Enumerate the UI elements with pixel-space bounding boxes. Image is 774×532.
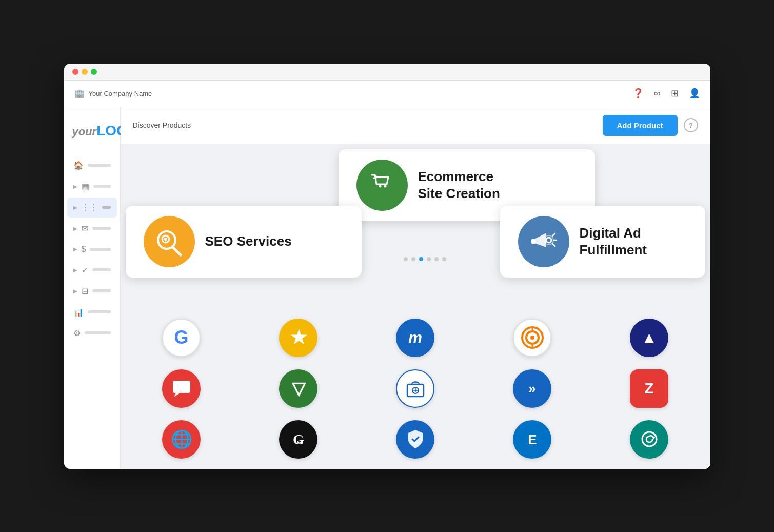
discover-products-label: Discover Products <box>133 121 191 129</box>
svg-text:E: E <box>528 432 537 447</box>
seo-icon-circle <box>144 216 195 267</box>
sidebar-item-reports[interactable]: ▶ ⊟ <box>67 281 117 301</box>
digital-ad-card[interactable]: Digital AdFulfillment <box>500 206 705 278</box>
ecommerce-icon-circle <box>356 160 408 211</box>
globe-red-icon: 🌐 <box>162 420 201 459</box>
svg-marker-19 <box>174 393 180 397</box>
tasks-label-bar <box>92 268 111 271</box>
mail-label-bar <box>92 227 111 230</box>
dot-5 <box>434 257 439 261</box>
svg-point-15 <box>530 336 534 340</box>
logo-your: your <box>72 125 97 138</box>
home-label-bar <box>88 164 111 167</box>
svg-line-3 <box>173 247 181 255</box>
dot-6 <box>442 257 446 261</box>
product-zing[interactable] <box>599 420 700 459</box>
minimize-dot[interactable] <box>82 69 88 75</box>
sidebar-item-mail[interactable]: ▶ ✉ <box>67 219 117 239</box>
ecommerce-title: EcommerceSite Creation <box>418 168 500 202</box>
zing-icon <box>630 420 668 459</box>
apps-label-bar <box>102 206 111 209</box>
godaddy-icon: G <box>279 420 317 459</box>
main-content: Discover Products Add Product ? <box>121 107 710 469</box>
product-globe[interactable]: 🌐 <box>131 420 232 459</box>
star-icon: ★ <box>279 319 317 357</box>
settings-label-bar <box>85 331 111 334</box>
sidebar-item-analytics[interactable]: 📊 <box>67 302 117 322</box>
sidebar-item-settings[interactable]: ⚙ <box>67 323 117 343</box>
product-google[interactable]: G <box>131 319 232 357</box>
user-icon[interactable]: 👤 <box>689 88 700 99</box>
product-prompt[interactable]: » <box>482 369 583 408</box>
infinity-icon[interactable]: ∞ <box>654 88 661 99</box>
company-name-area: 🏢 Your Company Name <box>74 89 152 98</box>
content-body: EcommerceSite Creation <box>121 144 710 469</box>
product-godaddy[interactable]: G <box>248 420 349 459</box>
browser-dots <box>72 69 97 75</box>
company-name-label: Your Company Name <box>89 90 152 97</box>
company-icon: 🏢 <box>74 89 85 98</box>
browser-window: 🏢 Your Company Name ❓ ∞ ⊞ 👤 yourLOGO 🏠 ▶… <box>64 64 710 469</box>
add-product-button[interactable]: Add Product <box>603 115 678 136</box>
sidebar-item-tasks[interactable]: ▶ ✓ <box>67 260 117 280</box>
carousel-dots <box>404 257 446 261</box>
tasks-icon: ✓ <box>82 265 88 275</box>
chevron-icon-5: ▶ <box>73 267 77 273</box>
browser-bar <box>64 64 710 81</box>
product-grid: G ★ m <box>131 319 700 459</box>
sidebar-item-home[interactable]: 🏠 <box>67 155 117 175</box>
billing-label-bar <box>90 248 110 251</box>
mail-icon: ✉ <box>82 224 88 233</box>
product-star[interactable]: ★ <box>248 319 349 357</box>
sidebar-item-billing[interactable]: ▶ $ <box>67 240 117 259</box>
product-shop[interactable] <box>365 369 466 408</box>
svg-point-24 <box>642 432 657 446</box>
maximize-dot[interactable] <box>91 69 97 75</box>
seo-search-icon <box>152 225 186 258</box>
analytics-label-bar <box>88 310 111 313</box>
chevron-icon-6: ▶ <box>73 288 77 294</box>
sidebar-item-apps[interactable]: ▶ ⋮⋮ <box>67 198 117 218</box>
shield-blue-icon <box>396 420 434 459</box>
product-z-red[interactable]: Z <box>599 369 700 408</box>
product-chat-red[interactable] <box>131 369 232 408</box>
shop-icon <box>396 369 434 408</box>
sidebar: yourLOGO 🏠 ▶ ▦ ▶ ⋮⋮ ▶ ✉ ▶ <box>64 107 121 469</box>
product-v-green[interactable]: ▽ <box>248 369 349 408</box>
megaphone-icon <box>527 225 560 258</box>
prompt-icon: » <box>513 369 551 408</box>
grid1-icon: ▦ <box>82 182 89 191</box>
m-blue-icon: m <box>396 319 434 357</box>
ecommerce-cart-icon <box>367 170 398 201</box>
dot-4 <box>427 257 431 261</box>
digital-ad-icon-circle <box>518 216 569 267</box>
chevron-icon-2: ▶ <box>73 205 77 210</box>
help-icon[interactable]: ❓ <box>632 88 644 99</box>
settings-icon: ⚙ <box>73 328 81 338</box>
product-sailthru[interactable]: ▲ <box>599 319 700 357</box>
svg-line-10 <box>552 233 555 236</box>
reports-icon: ⊟ <box>82 286 88 296</box>
close-dot[interactable] <box>72 69 78 75</box>
shield-icon <box>404 428 427 450</box>
grid-icon[interactable]: ⊞ <box>671 88 679 99</box>
product-exchange[interactable]: E <box>482 420 583 459</box>
seo-card[interactable]: SEO Services <box>126 206 362 278</box>
apps-icon: ⋮⋮ <box>82 203 98 212</box>
svg-point-1 <box>384 185 386 187</box>
svg-point-6 <box>164 238 167 241</box>
grid1-label-bar <box>93 185 111 188</box>
product-shield[interactable] <box>365 420 466 459</box>
logo-area: yourLOGO <box>64 117 120 154</box>
v-green-icon: ▽ <box>279 369 317 408</box>
z-red-icon: Z <box>630 369 668 408</box>
exchange-e-icon: E <box>521 428 544 450</box>
sidebar-item-grid1[interactable]: ▶ ▦ <box>67 176 117 196</box>
chat-red-icon <box>162 369 201 408</box>
product-target[interactable] <box>482 319 583 357</box>
product-m-blue[interactable]: m <box>365 319 466 357</box>
shop-bag-icon <box>404 377 427 400</box>
app-header: 🏢 Your Company Name ❓ ∞ ⊞ 👤 <box>64 81 710 107</box>
help-circle-button[interactable]: ? <box>684 118 698 132</box>
dot-2 <box>411 257 415 261</box>
